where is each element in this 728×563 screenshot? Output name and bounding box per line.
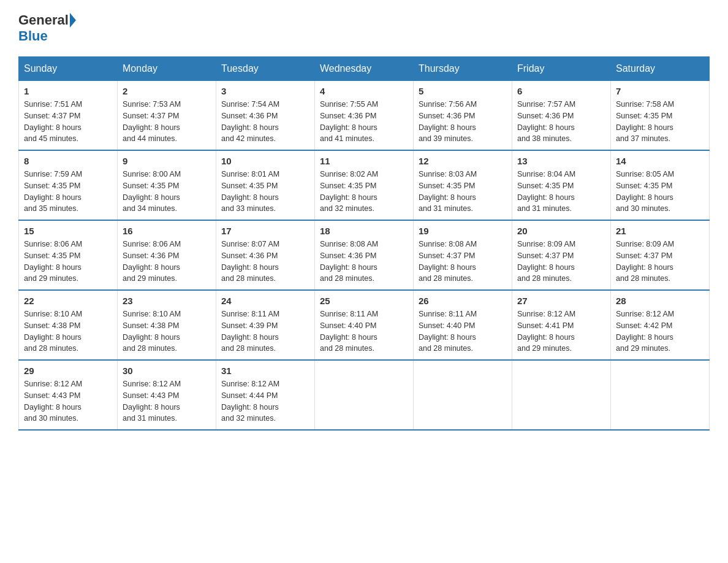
calendar-cell: 27Sunrise: 8:12 AMSunset: 4:41 PMDayligh… <box>512 290 611 360</box>
day-info: Sunrise: 8:10 AMSunset: 4:38 PMDaylight:… <box>123 308 211 354</box>
day-number: 27 <box>517 296 605 306</box>
logo-general: General <box>18 12 69 28</box>
day-info: Sunrise: 8:12 AMSunset: 4:43 PMDaylight:… <box>24 378 112 424</box>
calendar-cell: 10Sunrise: 8:01 AMSunset: 4:35 PMDayligh… <box>216 150 315 220</box>
day-info: Sunrise: 8:12 AMSunset: 4:43 PMDaylight:… <box>123 378 211 424</box>
calendar-cell: 21Sunrise: 8:09 AMSunset: 4:37 PMDayligh… <box>611 220 710 290</box>
day-info: Sunrise: 8:06 AMSunset: 4:35 PMDaylight:… <box>24 239 112 285</box>
day-info: Sunrise: 7:53 AMSunset: 4:37 PMDaylight:… <box>123 99 211 145</box>
calendar-cell <box>611 360 710 430</box>
day-number: 13 <box>517 156 605 166</box>
calendar-cell: 13Sunrise: 8:04 AMSunset: 4:35 PMDayligh… <box>512 150 611 220</box>
calendar-cell: 30Sunrise: 8:12 AMSunset: 4:43 PMDayligh… <box>118 360 216 430</box>
col-header-friday: Friday <box>512 57 611 81</box>
day-info: Sunrise: 7:56 AMSunset: 4:36 PMDaylight:… <box>419 99 507 145</box>
col-header-sunday: Sunday <box>19 57 118 81</box>
calendar-cell: 22Sunrise: 8:10 AMSunset: 4:38 PMDayligh… <box>19 290 118 360</box>
calendar-cell <box>512 360 611 430</box>
day-info: Sunrise: 8:11 AMSunset: 4:40 PMDaylight:… <box>419 308 507 354</box>
day-number: 10 <box>221 156 309 166</box>
calendar-week-4: 22Sunrise: 8:10 AMSunset: 4:38 PMDayligh… <box>19 290 710 360</box>
calendar-cell: 4Sunrise: 7:55 AMSunset: 4:36 PMDaylight… <box>315 81 414 151</box>
calendar-cell: 11Sunrise: 8:02 AMSunset: 4:35 PMDayligh… <box>315 150 414 220</box>
day-number: 30 <box>123 366 211 376</box>
calendar-cell: 28Sunrise: 8:12 AMSunset: 4:42 PMDayligh… <box>611 290 710 360</box>
calendar-cell: 25Sunrise: 8:11 AMSunset: 4:40 PMDayligh… <box>315 290 414 360</box>
calendar-week-3: 15Sunrise: 8:06 AMSunset: 4:35 PMDayligh… <box>19 220 710 290</box>
calendar-week-1: 1Sunrise: 7:51 AMSunset: 4:37 PMDaylight… <box>19 81 710 151</box>
calendar-cell: 9Sunrise: 8:00 AMSunset: 4:35 PMDaylight… <box>118 150 216 220</box>
day-info: Sunrise: 8:01 AMSunset: 4:35 PMDaylight:… <box>221 169 309 215</box>
day-info: Sunrise: 8:12 AMSunset: 4:44 PMDaylight:… <box>221 378 309 424</box>
calendar-cell: 23Sunrise: 8:10 AMSunset: 4:38 PMDayligh… <box>118 290 216 360</box>
day-info: Sunrise: 8:10 AMSunset: 4:38 PMDaylight:… <box>24 308 112 354</box>
day-number: 3 <box>221 86 309 96</box>
day-info: Sunrise: 7:57 AMSunset: 4:36 PMDaylight:… <box>517 99 605 145</box>
calendar-cell: 29Sunrise: 8:12 AMSunset: 4:43 PMDayligh… <box>19 360 118 430</box>
calendar-cell: 24Sunrise: 8:11 AMSunset: 4:39 PMDayligh… <box>216 290 315 360</box>
day-info: Sunrise: 8:09 AMSunset: 4:37 PMDaylight:… <box>616 239 704 285</box>
calendar-cell: 19Sunrise: 8:08 AMSunset: 4:37 PMDayligh… <box>414 220 512 290</box>
day-number: 7 <box>616 86 704 96</box>
day-number: 25 <box>320 296 408 306</box>
day-info: Sunrise: 8:12 AMSunset: 4:41 PMDaylight:… <box>517 308 605 354</box>
day-number: 8 <box>24 156 112 166</box>
calendar-cell <box>315 360 414 430</box>
calendar-week-2: 8Sunrise: 7:59 AMSunset: 4:35 PMDaylight… <box>19 150 710 220</box>
day-info: Sunrise: 8:03 AMSunset: 4:35 PMDaylight:… <box>419 169 507 215</box>
day-info: Sunrise: 8:02 AMSunset: 4:35 PMDaylight:… <box>320 169 408 215</box>
day-info: Sunrise: 7:51 AMSunset: 4:37 PMDaylight:… <box>24 99 112 145</box>
calendar-cell: 2Sunrise: 7:53 AMSunset: 4:37 PMDaylight… <box>118 81 216 151</box>
calendar-cell: 18Sunrise: 8:08 AMSunset: 4:36 PMDayligh… <box>315 220 414 290</box>
calendar-cell: 5Sunrise: 7:56 AMSunset: 4:36 PMDaylight… <box>414 81 512 151</box>
calendar-cell: 14Sunrise: 8:05 AMSunset: 4:35 PMDayligh… <box>611 150 710 220</box>
day-number: 14 <box>616 156 704 166</box>
day-info: Sunrise: 8:11 AMSunset: 4:40 PMDaylight:… <box>320 308 408 354</box>
day-info: Sunrise: 8:05 AMSunset: 4:35 PMDaylight:… <box>616 169 704 215</box>
day-number: 20 <box>517 226 605 236</box>
day-number: 19 <box>419 226 507 236</box>
page-header: General Blue <box>18 12 710 44</box>
day-number: 12 <box>419 156 507 166</box>
day-number: 4 <box>320 86 408 96</box>
day-number: 29 <box>24 366 112 376</box>
col-header-tuesday: Tuesday <box>216 57 315 81</box>
logo: General Blue <box>18 12 76 44</box>
calendar-cell: 15Sunrise: 8:06 AMSunset: 4:35 PMDayligh… <box>19 220 118 290</box>
col-header-saturday: Saturday <box>611 57 710 81</box>
calendar-week-5: 29Sunrise: 8:12 AMSunset: 4:43 PMDayligh… <box>19 360 710 430</box>
logo-arrow-icon <box>70 13 76 28</box>
col-header-monday: Monday <box>118 57 216 81</box>
day-number: 23 <box>123 296 211 306</box>
col-header-thursday: Thursday <box>414 57 512 81</box>
day-number: 31 <box>221 366 309 376</box>
day-number: 18 <box>320 226 408 236</box>
col-header-wednesday: Wednesday <box>315 57 414 81</box>
day-number: 9 <box>123 156 211 166</box>
day-number: 15 <box>24 226 112 236</box>
day-number: 6 <box>517 86 605 96</box>
day-number: 1 <box>24 86 112 96</box>
day-info: Sunrise: 8:09 AMSunset: 4:37 PMDaylight:… <box>517 239 605 285</box>
day-number: 2 <box>123 86 211 96</box>
day-info: Sunrise: 8:08 AMSunset: 4:37 PMDaylight:… <box>419 239 507 285</box>
day-info: Sunrise: 7:55 AMSunset: 4:36 PMDaylight:… <box>320 99 408 145</box>
calendar-cell: 1Sunrise: 7:51 AMSunset: 4:37 PMDaylight… <box>19 81 118 151</box>
calendar-cell: 26Sunrise: 8:11 AMSunset: 4:40 PMDayligh… <box>414 290 512 360</box>
day-info: Sunrise: 8:07 AMSunset: 4:36 PMDaylight:… <box>221 239 309 285</box>
day-number: 22 <box>24 296 112 306</box>
day-number: 24 <box>221 296 309 306</box>
calendar-cell: 12Sunrise: 8:03 AMSunset: 4:35 PMDayligh… <box>414 150 512 220</box>
calendar-cell: 17Sunrise: 8:07 AMSunset: 4:36 PMDayligh… <box>216 220 315 290</box>
calendar-cell <box>414 360 512 430</box>
calendar-cell: 16Sunrise: 8:06 AMSunset: 4:36 PMDayligh… <box>118 220 216 290</box>
calendar-cell: 3Sunrise: 7:54 AMSunset: 4:36 PMDaylight… <box>216 81 315 151</box>
day-number: 11 <box>320 156 408 166</box>
day-number: 5 <box>419 86 507 96</box>
day-info: Sunrise: 8:06 AMSunset: 4:36 PMDaylight:… <box>123 239 211 285</box>
calendar-cell: 6Sunrise: 7:57 AMSunset: 4:36 PMDaylight… <box>512 81 611 151</box>
calendar-cell: 8Sunrise: 7:59 AMSunset: 4:35 PMDaylight… <box>19 150 118 220</box>
day-number: 28 <box>616 296 704 306</box>
day-info: Sunrise: 7:54 AMSunset: 4:36 PMDaylight:… <box>221 99 309 145</box>
day-number: 17 <box>221 226 309 236</box>
